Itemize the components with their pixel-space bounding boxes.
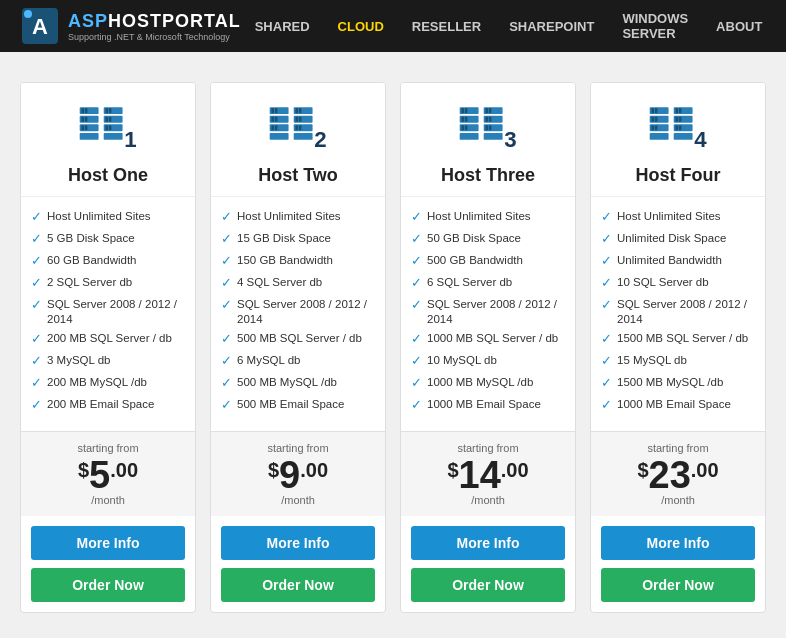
plan-header: 3 Host Three <box>401 83 575 197</box>
feature-item: ✓ 500 MB SQL Server / db <box>221 331 375 348</box>
svg-rect-62 <box>485 125 488 130</box>
svg-rect-84 <box>679 125 682 130</box>
feature-text: 15 GB Disk Space <box>237 231 331 246</box>
plan-icon: 1 <box>73 99 143 159</box>
nav-windows-server[interactable]: WINDOWS SERVER <box>608 0 702 52</box>
plan-buttons: More Info Order Now <box>21 516 195 612</box>
check-icon: ✓ <box>601 331 612 348</box>
svg-rect-8 <box>85 116 88 121</box>
feature-text: Host Unlimited Sites <box>47 209 151 224</box>
svg-rect-17 <box>105 116 108 121</box>
starting-from-label: starting from <box>31 442 185 454</box>
logo: A ASPHOSTPORTAL Supporting .NET & Micros… <box>20 6 241 46</box>
starting-from-label: starting from <box>601 442 755 454</box>
svg-rect-67 <box>651 108 654 113</box>
logo-icon: A <box>20 6 60 46</box>
check-icon: ✓ <box>221 209 232 226</box>
feature-item: ✓ 1000 MB SQL Server / db <box>411 331 565 348</box>
svg-text:4: 4 <box>694 126 707 151</box>
check-icon: ✓ <box>411 253 422 270</box>
nav-shared[interactable]: SHARED <box>241 0 324 52</box>
price-cents: .00 <box>300 460 328 480</box>
feature-text: Host Unlimited Sites <box>427 209 531 224</box>
feature-text: 6 SQL Server db <box>427 275 512 290</box>
nav-contact[interactable]: CONTACT <box>776 0 786 52</box>
feature-text: 10 MySQL db <box>427 353 497 368</box>
feature-item: ✓ 1000 MB Email Space <box>411 397 565 414</box>
svg-rect-7 <box>81 116 84 121</box>
feature-text: Host Unlimited Sites <box>617 209 721 224</box>
svg-rect-39 <box>299 116 302 121</box>
svg-rect-52 <box>461 125 464 130</box>
feature-item: ✓ Host Unlimited Sites <box>31 209 185 226</box>
svg-text:3: 3 <box>504 126 516 151</box>
more-info-button[interactable]: More Info <box>221 526 375 560</box>
feature-text: 200 MB Email Space <box>47 397 154 412</box>
plan-header: 4 Host Four <box>591 83 765 197</box>
feature-text: 2 SQL Server db <box>47 275 132 290</box>
price-amount: 9 <box>279 456 300 494</box>
price-cents: .00 <box>691 460 719 480</box>
svg-rect-25 <box>271 108 274 113</box>
nav-sharepoint[interactable]: SHAREPOINT <box>495 0 608 52</box>
check-icon: ✓ <box>31 231 42 248</box>
feature-item: ✓ 5 GB Disk Space <box>31 231 185 248</box>
svg-rect-71 <box>655 116 658 121</box>
svg-text:1: 1 <box>124 126 136 151</box>
svg-rect-28 <box>271 116 274 121</box>
nav-links: SHARED CLOUD RESELLER SHAREPOINT WINDOWS… <box>241 0 786 52</box>
nav-about[interactable]: ABOUT <box>702 0 776 52</box>
check-icon: ✓ <box>221 231 232 248</box>
feature-item: ✓ 3 MySQL db <box>31 353 185 370</box>
plan-pricing: starting from $ 23 .00 /month <box>591 431 765 516</box>
plan-name: Host Three <box>411 165 565 186</box>
check-icon: ✓ <box>31 297 42 314</box>
more-info-button[interactable]: More Info <box>601 526 755 560</box>
feature-text: SQL Server 2008 / 2012 / 2014 <box>47 297 185 327</box>
check-icon: ✓ <box>411 375 422 392</box>
check-icon: ✓ <box>601 253 612 270</box>
feature-item: ✓ 15 GB Disk Space <box>221 231 375 248</box>
price-amount: 5 <box>89 456 110 494</box>
svg-rect-56 <box>485 108 488 113</box>
more-info-button[interactable]: More Info <box>411 526 565 560</box>
svg-rect-38 <box>295 116 298 121</box>
svg-rect-21 <box>109 125 112 130</box>
feature-text: 6 MySQL db <box>237 353 301 368</box>
feature-item: ✓ 1000 MB Email Space <box>601 397 755 414</box>
check-icon: ✓ <box>221 375 232 392</box>
feature-text: Unlimited Bandwidth <box>617 253 722 268</box>
order-now-button[interactable]: Order Now <box>221 568 375 602</box>
feature-text: 1000 MB MySQL /db <box>427 375 533 390</box>
feature-item: ✓ 1000 MB MySQL /db <box>411 375 565 392</box>
plan-buttons: More Info Order Now <box>591 516 765 612</box>
feature-item: ✓ 1500 MB SQL Server / db <box>601 331 755 348</box>
check-icon: ✓ <box>411 331 422 348</box>
check-icon: ✓ <box>601 353 612 370</box>
nav-reseller[interactable]: RESELLER <box>398 0 495 52</box>
feature-text: 1500 MB MySQL /db <box>617 375 723 390</box>
more-info-button[interactable]: More Info <box>31 526 185 560</box>
plan-card-host-three: 3 Host Three ✓ Host Unlimited Sites ✓ 50… <box>400 82 576 613</box>
svg-rect-85 <box>674 132 693 139</box>
feature-item: ✓ 200 MB Email Space <box>31 397 185 414</box>
nav-cloud[interactable]: CLOUD <box>324 0 398 52</box>
svg-rect-68 <box>655 108 658 113</box>
price-amount: 14 <box>459 456 501 494</box>
feature-item: ✓ SQL Server 2008 / 2012 / 2014 <box>411 297 565 327</box>
plan-pricing: starting from $ 14 .00 /month <box>401 431 575 516</box>
svg-rect-31 <box>271 125 274 130</box>
logo-subtitle: Supporting .NET & Microsoft Technology <box>68 32 241 42</box>
svg-rect-15 <box>109 108 112 113</box>
plan-icon: 3 <box>453 99 523 159</box>
svg-point-2 <box>24 10 32 18</box>
plans-grid: 1 Host One ✓ Host Unlimited Sites ✓ 5 GB… <box>20 82 766 613</box>
svg-rect-53 <box>465 125 468 130</box>
check-icon: ✓ <box>411 275 422 292</box>
check-icon: ✓ <box>601 209 612 226</box>
order-now-button[interactable]: Order Now <box>601 568 755 602</box>
check-icon: ✓ <box>601 375 612 392</box>
feature-text: 200 MB SQL Server / db <box>47 331 172 346</box>
order-now-button[interactable]: Order Now <box>411 568 565 602</box>
order-now-button[interactable]: Order Now <box>31 568 185 602</box>
